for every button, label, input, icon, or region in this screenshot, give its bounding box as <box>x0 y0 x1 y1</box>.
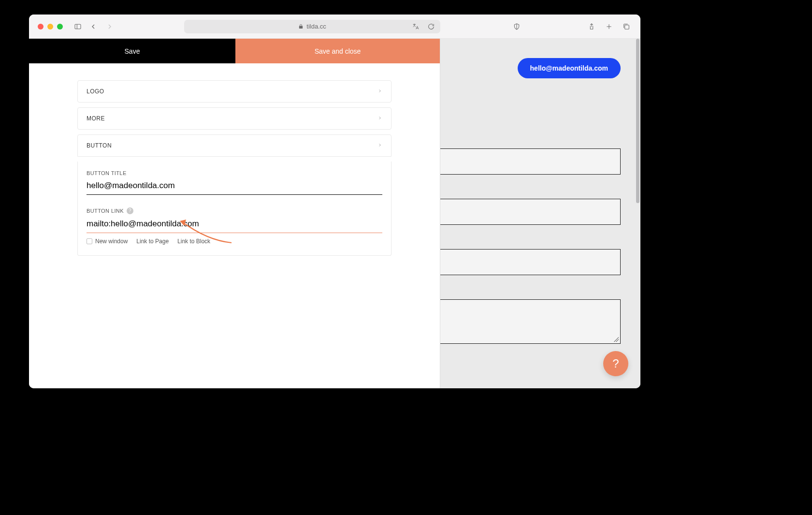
url-display: tilda.cc <box>298 23 326 30</box>
link-to-block-option[interactable]: Link to Block <box>177 238 210 245</box>
address-bar[interactable]: tilda.cc <box>184 20 440 33</box>
panel-body: LOGO MORE BU <box>29 63 440 275</box>
chevron-right-icon <box>377 142 382 149</box>
preview-form-textarea[interactable] <box>440 299 621 344</box>
help-icon[interactable]: ? <box>127 207 133 214</box>
safari-browser-window: tilda.cc <box>29 15 640 388</box>
link-to-page-option[interactable]: Link to Page <box>136 238 169 245</box>
preview-form-field[interactable] <box>440 148 621 175</box>
more-section-label: MORE <box>87 115 105 122</box>
tabs-overview-icon[interactable] <box>621 21 632 32</box>
svg-rect-0 <box>75 24 81 29</box>
button-section[interactable]: BUTTON <box>77 134 392 157</box>
button-section-body: BUTTON TITLE BUTTON LINK ? New window Li… <box>77 162 392 256</box>
checkbox-icon <box>87 238 92 244</box>
button-link-label-text: BUTTON LINK <box>87 208 124 214</box>
new-window-checkbox[interactable]: New window <box>87 238 128 245</box>
chevron-right-icon <box>377 88 382 95</box>
maximize-window-button[interactable] <box>57 24 63 29</box>
minimize-window-button[interactable] <box>47 24 53 29</box>
url-bar-right-icons <box>410 21 436 32</box>
lock-icon <box>298 24 304 29</box>
button-link-input[interactable] <box>87 217 382 233</box>
link-options: New window Link to Page Link to Block <box>87 238 382 245</box>
editor-panel: Save Save and close LOGO MORE <box>29 39 440 388</box>
translate-icon[interactable] <box>410 21 421 32</box>
button-section-label: BUTTON <box>87 142 112 149</box>
page-content: Save Save and close LOGO MORE <box>29 39 640 388</box>
browser-toolbar: tilda.cc <box>29 15 640 39</box>
privacy-shield-icon[interactable] <box>511 21 522 32</box>
button-title-input[interactable] <box>87 179 382 195</box>
close-window-button[interactable] <box>38 24 44 29</box>
reload-icon[interactable] <box>426 21 436 32</box>
new-window-label: New window <box>95 238 128 245</box>
scrollbar-thumb[interactable] <box>636 39 639 203</box>
more-section-header[interactable]: MORE <box>78 108 391 129</box>
save-bar: Save Save and close <box>29 39 440 63</box>
preview-panel: hello@madeontilda.com ? <box>440 39 640 388</box>
preview-form-field[interactable] <box>440 199 621 225</box>
svg-rect-5 <box>625 25 629 29</box>
button-section-header[interactable]: BUTTON <box>78 135 391 156</box>
chevron-right-icon <box>377 115 382 122</box>
preview-contact-button[interactable]: hello@madeontilda.com <box>518 58 621 78</box>
logo-section-label: LOGO <box>87 88 104 95</box>
preview-form-field[interactable] <box>440 249 621 275</box>
sidebar-toggle-icon[interactable] <box>72 21 83 32</box>
nav-arrows <box>88 21 115 32</box>
logo-section-header[interactable]: LOGO <box>78 81 391 102</box>
url-text: tilda.cc <box>306 23 326 30</box>
window-controls <box>38 24 63 29</box>
new-tab-icon[interactable] <box>604 21 614 32</box>
share-icon[interactable] <box>586 21 597 32</box>
button-title-field: BUTTON TITLE <box>87 170 382 195</box>
button-link-field: BUTTON LINK ? New window Link to Page Li… <box>87 207 382 245</box>
back-button[interactable] <box>88 21 99 32</box>
button-link-label: BUTTON LINK ? <box>87 207 382 214</box>
more-section[interactable]: MORE <box>77 107 392 130</box>
help-bubble-button[interactable]: ? <box>603 351 628 376</box>
forward-button[interactable] <box>104 21 115 32</box>
button-title-label: BUTTON TITLE <box>87 170 382 176</box>
logo-section[interactable]: LOGO <box>77 80 392 103</box>
save-and-close-button[interactable]: Save and close <box>235 39 440 63</box>
toolbar-right-icons <box>586 21 632 32</box>
save-button[interactable]: Save <box>29 39 235 63</box>
